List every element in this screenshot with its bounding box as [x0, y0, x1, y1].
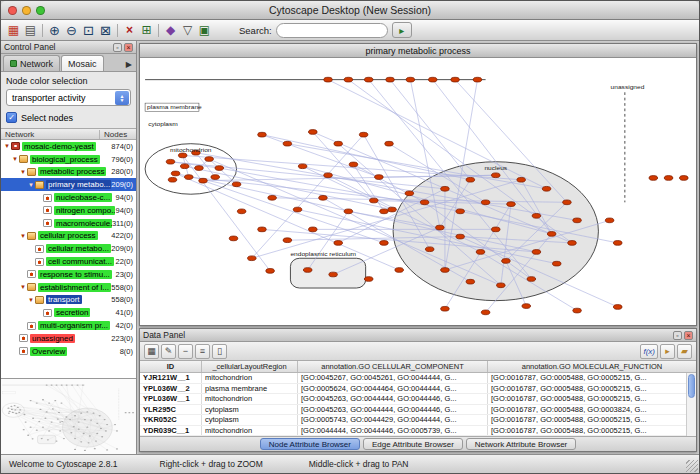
network-node[interactable] [237, 209, 246, 214]
tree-row[interactable]: ▼primary metabo...209(0) [1, 178, 136, 191]
network-node[interactable] [532, 250, 541, 255]
network-node[interactable] [93, 413, 95, 414]
network-node[interactable] [100, 428, 102, 429]
network-node[interactable] [309, 227, 318, 232]
table-row[interactable]: YPL036W__2plasma membrane[GO:0005624, GO… [140, 384, 696, 395]
network-node[interactable] [7, 407, 9, 408]
hide-selected-icon[interactable]: × [121, 22, 138, 39]
network-node[interactable] [613, 305, 622, 310]
network-node[interactable] [32, 418, 34, 419]
expander-icon[interactable]: ▼ [11, 156, 19, 162]
network-node[interactable] [36, 402, 38, 403]
expander-icon[interactable]: ▼ [27, 182, 35, 188]
network-node[interactable] [86, 426, 88, 427]
network-node[interactable] [232, 182, 241, 187]
network-node[interactable] [38, 421, 40, 422]
network-node[interactable] [552, 261, 561, 266]
network-node[interactable] [69, 419, 71, 420]
network-node[interactable] [125, 412, 127, 413]
network-node[interactable] [52, 408, 54, 409]
network-node[interactable] [178, 153, 187, 158]
network-node[interactable] [199, 178, 208, 183]
network-node[interactable] [664, 176, 673, 181]
network-node[interactable] [46, 384, 48, 385]
network-node[interactable] [532, 214, 541, 219]
network-node[interactable] [42, 426, 44, 427]
network-node[interactable] [39, 409, 41, 410]
network-node[interactable] [497, 283, 506, 288]
tree-row[interactable]: nucleobase-c...94(0) [1, 191, 136, 204]
network-node[interactable] [10, 406, 12, 407]
network-node[interactable] [293, 207, 302, 212]
network-node[interactable] [36, 430, 38, 431]
network-node[interactable] [57, 418, 59, 419]
network-node[interactable] [30, 400, 32, 401]
network-node[interactable] [380, 241, 389, 246]
search-go-button[interactable]: ▸ [392, 22, 412, 38]
tree-row[interactable]: unassigned223(0) [1, 332, 136, 345]
network-node[interactable] [359, 132, 368, 137]
new-network-icon[interactable]: ⊞ [138, 22, 155, 39]
create-attribute-icon[interactable]: ✎ [161, 344, 176, 359]
network-node[interactable] [517, 177, 526, 182]
import-attributes-icon[interactable]: ▸ [660, 344, 675, 359]
network-node[interactable] [80, 413, 82, 414]
network-node[interactable] [406, 77, 415, 82]
network-window-titlebar[interactable]: primary metabolic process [140, 44, 696, 58]
network-node[interactable] [70, 432, 72, 433]
network-node[interactable] [349, 162, 358, 167]
tree-row[interactable]: macromolecule...311(0) [1, 217, 136, 230]
network-node[interactable] [44, 418, 46, 419]
network-node[interactable] [436, 225, 445, 230]
network-node[interactable] [106, 424, 108, 425]
minimize-window-button[interactable] [22, 6, 31, 15]
table-row[interactable]: YLR295Ccytoplasm[GO:0045263, GO:0044444,… [140, 405, 696, 416]
network-node[interactable] [456, 234, 465, 239]
network-node[interactable] [385, 141, 394, 146]
tree-row[interactable]: multi-organism pr...42(0) [1, 319, 136, 332]
network-edge[interactable] [353, 164, 383, 211]
network-node[interactable] [466, 279, 475, 284]
network-node[interactable] [441, 306, 450, 311]
network-node[interactable] [74, 415, 76, 416]
tree-row[interactable]: cellular metabo...209(0) [1, 242, 136, 255]
network-node[interactable] [405, 191, 414, 196]
network-node[interactable] [11, 409, 13, 410]
network-node[interactable] [96, 423, 98, 424]
network-node[interactable] [507, 202, 516, 207]
network-node[interactable] [116, 448, 118, 449]
network-node[interactable] [65, 416, 67, 417]
network-node[interactable] [568, 241, 577, 246]
network-node[interactable] [15, 413, 17, 414]
network-node[interactable] [96, 433, 98, 434]
network-node[interactable] [324, 173, 333, 178]
network-node[interactable] [30, 426, 32, 427]
search-input[interactable] [276, 23, 388, 38]
network-node[interactable] [491, 227, 500, 232]
network-node[interactable] [80, 441, 82, 442]
close-window-button[interactable] [8, 6, 17, 15]
network-node[interactable] [491, 173, 500, 178]
tree-row[interactable]: ▼mosaic-demo-yeast874(0) [1, 140, 136, 153]
plugin-icon[interactable]: ▣ [196, 22, 213, 39]
tree-row[interactable]: ▼metabolic process280(0) [1, 166, 136, 179]
network-node[interactable] [86, 411, 88, 412]
network-node[interactable] [66, 384, 68, 385]
float-panel-button[interactable]: ▫ [113, 43, 122, 52]
network-node[interactable] [95, 440, 97, 441]
network-node[interactable] [386, 77, 395, 82]
tree-row[interactable]: ▼cellular process422(0) [1, 230, 136, 243]
network-node[interactable] [502, 259, 511, 264]
table-scrollbar[interactable] [686, 373, 696, 436]
network-node[interactable] [344, 209, 353, 214]
network-node[interactable] [12, 412, 14, 413]
network-node[interactable] [78, 429, 80, 430]
network-node[interactable] [605, 218, 614, 223]
control-panel-titlebar[interactable]: Control Panel ▫ × [1, 41, 136, 54]
tab-scroll-right-button[interactable]: ▶ [126, 60, 134, 71]
tree-column-network[interactable]: Network [1, 130, 100, 139]
network-node[interactable] [473, 77, 482, 82]
network-node[interactable] [451, 77, 460, 82]
network-node[interactable] [60, 402, 62, 403]
window-titlebar[interactable]: Cytoscape Desktop (New Session) [1, 1, 699, 20]
